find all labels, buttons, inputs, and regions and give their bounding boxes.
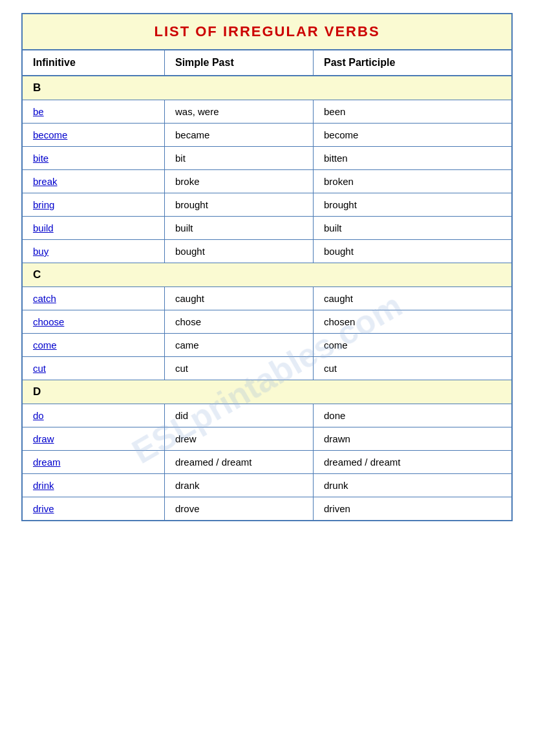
cell-infinitive[interactable]: dream	[23, 451, 165, 473]
table-row: catchcaughtcaught	[23, 287, 511, 310]
cell-simple-past: dreamed / dreamt	[165, 451, 314, 473]
table-row: dodiddone	[23, 404, 511, 427]
table-row: comecamecome	[23, 334, 511, 357]
title-row: LIST OF IRREGULAR VERBS	[23, 14, 511, 50]
cell-simple-past: did	[165, 404, 314, 427]
cell-past-participle: come	[314, 334, 511, 356]
table-body: Bbewas, werebeenbecomebecamebecomebitebi…	[23, 76, 511, 520]
cell-simple-past: drew	[165, 427, 314, 450]
cell-simple-past: bit	[165, 147, 314, 169]
cell-past-participle: bought	[314, 240, 511, 263]
table-row: buildbuiltbuilt	[23, 217, 511, 240]
cell-simple-past: came	[165, 334, 314, 356]
cell-infinitive[interactable]: become	[23, 124, 165, 146]
section-label-c: C	[23, 263, 511, 286]
cell-past-participle: broken	[314, 170, 511, 193]
cell-simple-past: drank	[165, 474, 314, 497]
cell-past-participle: bitten	[314, 147, 511, 169]
cell-infinitive[interactable]: cut	[23, 357, 165, 380]
cell-past-participle: dreamed / dreamt	[314, 451, 511, 473]
section-row-b: B	[23, 76, 511, 100]
cell-past-participle: brought	[314, 193, 511, 216]
header-col3: Past Participle	[314, 50, 511, 75]
cell-infinitive[interactable]: buy	[23, 240, 165, 263]
main-container: LIST OF IRREGULAR VERBS Infinitive Simpl…	[21, 13, 513, 521]
cell-simple-past: built	[165, 217, 314, 239]
table-row: drawdrewdrawn	[23, 427, 511, 451]
table-row: dreamdreamed / dreamtdreamed / dreamt	[23, 451, 511, 474]
table-row: becomebecamebecome	[23, 124, 511, 147]
cell-simple-past: bought	[165, 240, 314, 263]
section-row-c: C	[23, 263, 511, 287]
table-row: cutcutcut	[23, 357, 511, 380]
cell-infinitive[interactable]: drink	[23, 474, 165, 497]
section-label-d: D	[23, 380, 511, 404]
table-row: drinkdrankdrunk	[23, 474, 511, 497]
section-row-d: D	[23, 380, 511, 404]
table-row: bewas, werebeen	[23, 100, 511, 124]
table-row: buyboughtbought	[23, 240, 511, 263]
cell-past-participle: cut	[314, 357, 511, 380]
cell-past-participle: become	[314, 124, 511, 146]
cell-infinitive[interactable]: bring	[23, 193, 165, 216]
cell-infinitive[interactable]: build	[23, 217, 165, 239]
cell-simple-past: chose	[165, 310, 314, 333]
cell-simple-past: drove	[165, 497, 314, 520]
cell-infinitive[interactable]: drive	[23, 497, 165, 520]
cell-past-participle: done	[314, 404, 511, 427]
table-row: choosechosechosen	[23, 310, 511, 334]
page-title: LIST OF IRREGULAR VERBS	[154, 23, 379, 39]
cell-past-participle: drawn	[314, 427, 511, 450]
cell-infinitive[interactable]: be	[23, 100, 165, 123]
table-row: drivedrovedriven	[23, 497, 511, 520]
cell-simple-past: cut	[165, 357, 314, 380]
header-col1: Infinitive	[23, 50, 165, 75]
cell-past-participle: chosen	[314, 310, 511, 333]
cell-simple-past: broke	[165, 170, 314, 193]
cell-simple-past: brought	[165, 193, 314, 216]
cell-past-participle: been	[314, 100, 511, 123]
table-row: bitebitbitten	[23, 147, 511, 170]
table-row: breakbrokebroken	[23, 170, 511, 193]
cell-simple-past: caught	[165, 287, 314, 310]
cell-infinitive[interactable]: do	[23, 404, 165, 427]
cell-infinitive[interactable]: catch	[23, 287, 165, 310]
cell-simple-past: became	[165, 124, 314, 146]
table-row: bringbroughtbrought	[23, 193, 511, 217]
header-col2: Simple Past	[165, 50, 314, 75]
cell-infinitive[interactable]: choose	[23, 310, 165, 333]
cell-infinitive[interactable]: break	[23, 170, 165, 193]
cell-past-participle: built	[314, 217, 511, 239]
cell-infinitive[interactable]: come	[23, 334, 165, 356]
cell-simple-past: was, were	[165, 100, 314, 123]
cell-past-participle: drunk	[314, 474, 511, 497]
cell-past-participle: caught	[314, 287, 511, 310]
table-header: Infinitive Simple Past Past Participle	[23, 50, 511, 76]
section-label-b: B	[23, 76, 511, 100]
cell-infinitive[interactable]: draw	[23, 427, 165, 450]
cell-past-participle: driven	[314, 497, 511, 520]
cell-infinitive[interactable]: bite	[23, 147, 165, 169]
